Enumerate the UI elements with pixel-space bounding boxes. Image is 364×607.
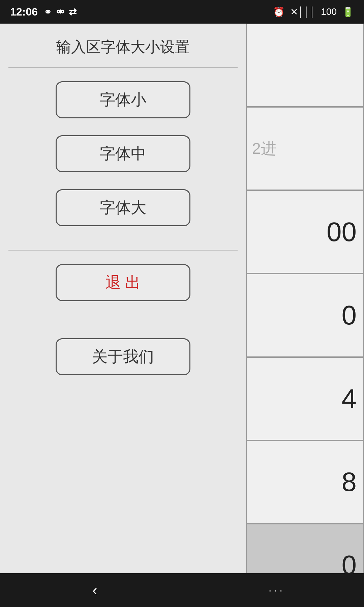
about-button[interactable]: 关于我们 (56, 338, 190, 375)
more-options-button[interactable]: ··· (269, 584, 285, 596)
calc-cell-0: 0 (246, 273, 364, 357)
settings-panel: 输入区字体大小设置 字体小 字体中 字体大 退 出 关于我们 (0, 24, 246, 607)
chat-icon: ⚭ (44, 6, 52, 18)
signal-icon: ✕│││ (290, 6, 316, 18)
calc-cell-00: 00 (246, 190, 364, 273)
usb-icon: ⇄ (69, 6, 77, 18)
bottom-nav-bar: ‹ ··· (0, 573, 364, 607)
middle-divider (8, 250, 238, 251)
back-button[interactable]: ‹ (79, 578, 111, 602)
person-icon: ⚮ (56, 6, 64, 18)
font-large-button[interactable]: 字体大 (56, 189, 190, 226)
font-small-button[interactable]: 字体小 (56, 81, 190, 118)
calc-cell-4: 4 (246, 357, 364, 440)
status-right: ⏰ ✕│││ 100 🔋 (273, 6, 354, 18)
battery-level: 100 (321, 6, 337, 17)
status-left: 12:06 ⚭ ⚮ ⇄ (10, 6, 77, 18)
top-divider (8, 67, 238, 68)
calc-cell-8: 8 (246, 440, 364, 524)
alarm-icon: ⏰ (273, 6, 285, 18)
font-medium-button[interactable]: 字体中 (56, 135, 190, 172)
panel-title: 输入区字体大小设置 (0, 24, 246, 67)
exit-button[interactable]: 退 出 (56, 264, 190, 301)
main-layout: 输入区字体大小设置 字体小 字体中 字体大 退 出 关于我们 2进 00 (0, 24, 364, 607)
calc-cell-empty (246, 24, 364, 107)
right-panel: 2进 00 0 4 8 0 (246, 24, 364, 607)
status-bar: 12:06 ⚭ ⚮ ⇄ ⏰ ✕│││ 100 🔋 (0, 0, 364, 24)
status-time: 12:06 (10, 6, 38, 18)
battery-icon: 🔋 (342, 6, 354, 18)
calc-cell-2jin: 2进 (246, 107, 364, 190)
status-icons: ⚭ ⚮ ⇄ (44, 6, 77, 18)
